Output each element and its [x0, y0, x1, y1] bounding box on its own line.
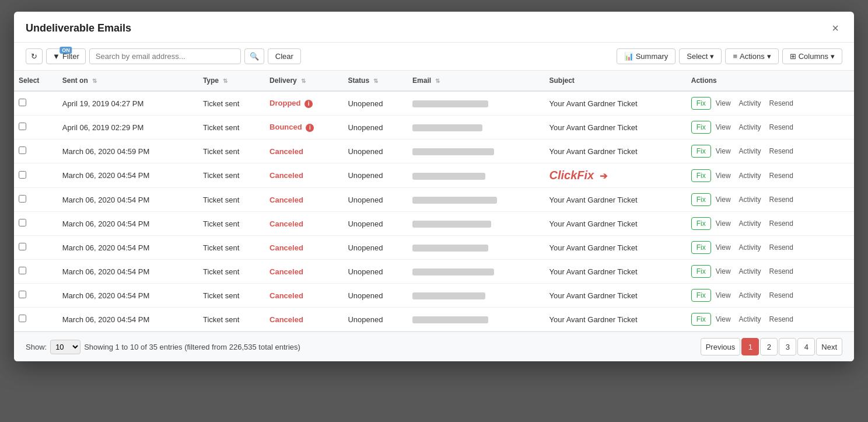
col-email[interactable]: Email ⇅: [408, 71, 544, 91]
resend-button[interactable]: Resend: [766, 266, 797, 277]
col-sent-on[interactable]: Sent on ⇅: [58, 71, 198, 91]
filter-button[interactable]: ON ▼ Filter: [46, 48, 86, 64]
activity-button[interactable]: Activity: [736, 145, 765, 157]
view-button[interactable]: View: [712, 266, 734, 277]
view-button[interactable]: View: [712, 97, 734, 109]
cell-sent-on: March 06, 2020 04:54 PM: [58, 212, 198, 236]
fix-button[interactable]: Fix: [691, 145, 711, 158]
refresh-button[interactable]: ↻: [26, 48, 43, 64]
fix-button[interactable]: Fix: [691, 121, 711, 134]
cell-delivery: Canceled: [265, 308, 343, 332]
view-button[interactable]: View: [712, 121, 734, 133]
view-button[interactable]: View: [712, 290, 734, 301]
modal-close-button[interactable]: ×: [828, 21, 842, 35]
fix-button[interactable]: Fix: [691, 289, 711, 302]
fix-button[interactable]: Fix: [691, 241, 711, 254]
row-checkbox[interactable]: [19, 315, 26, 322]
search-button[interactable]: 🔍: [244, 48, 264, 64]
cell-type: Ticket sent: [198, 91, 265, 116]
activity-button[interactable]: Activity: [736, 313, 765, 325]
col-type[interactable]: Type ⇅: [198, 71, 265, 91]
delivery-status: Canceled: [270, 196, 303, 204]
resend-button[interactable]: Resend: [766, 242, 797, 253]
summary-button[interactable]: 📊 Summary: [617, 48, 676, 64]
cell-status: Unopened: [343, 284, 408, 308]
fix-button[interactable]: Fix: [691, 97, 711, 110]
page-3-button[interactable]: 3: [779, 338, 796, 355]
row-checkbox[interactable]: [19, 99, 26, 106]
activity-button[interactable]: Activity: [736, 242, 765, 253]
resend-button[interactable]: Resend: [766, 145, 797, 157]
cell-email: [408, 188, 544, 212]
show-select[interactable]: 10 25 50 100: [50, 340, 80, 354]
cell-delivery: Bounced i: [265, 116, 343, 139]
view-button[interactable]: View: [712, 242, 734, 253]
view-button[interactable]: View: [712, 170, 734, 182]
cell-email: [408, 116, 544, 139]
cell-actions: Fix View Activity Resend: [687, 284, 854, 308]
cell-sent-on: March 06, 2020 04:54 PM: [58, 163, 198, 188]
row-checkbox[interactable]: [19, 195, 26, 203]
prev-page-button[interactable]: Previous: [701, 338, 741, 355]
resend-button[interactable]: Resend: [766, 97, 797, 109]
col-delivery[interactable]: Delivery ⇅: [265, 71, 343, 91]
resend-button[interactable]: Resend: [766, 170, 797, 182]
fix-button[interactable]: Fix: [691, 169, 711, 182]
cell-subject: Your Avant Gardner Ticket: [545, 91, 687, 116]
actions-dropdown-button[interactable]: ≡ Actions ▾: [725, 48, 778, 64]
columns-icon: ⊞: [790, 52, 796, 61]
sort-delivery-icon: ⇅: [301, 78, 306, 84]
page-2-button[interactable]: 2: [760, 338, 778, 355]
resend-button[interactable]: Resend: [766, 194, 797, 205]
row-checkbox[interactable]: [19, 243, 26, 250]
table-row: April 19, 2019 04:27 PM Ticket sent Drop…: [14, 91, 854, 116]
cell-delivery: Canceled: [265, 163, 343, 188]
cell-select: [14, 212, 58, 236]
columns-chevron-icon: ▾: [831, 52, 835, 61]
view-button[interactable]: View: [712, 145, 734, 157]
cell-type: Ticket sent: [198, 308, 265, 332]
activity-button[interactable]: Activity: [736, 97, 765, 109]
resend-button[interactable]: Resend: [766, 121, 797, 133]
row-checkbox[interactable]: [19, 123, 26, 130]
table-container: Select Sent on ⇅ Type ⇅ Delivery ⇅ Statu…: [14, 71, 854, 332]
columns-dropdown-button[interactable]: ⊞ Columns ▾: [782, 48, 842, 64]
fix-button[interactable]: Fix: [691, 313, 711, 326]
fix-button[interactable]: Fix: [691, 193, 711, 206]
row-checkbox[interactable]: [19, 291, 26, 298]
cell-status: Unopened: [343, 139, 408, 163]
resend-button[interactable]: Resend: [766, 313, 797, 325]
table-row: March 06, 2020 04:54 PM Ticket sent Canc…: [14, 308, 854, 332]
select-dropdown-button[interactable]: Select ▾: [679, 48, 722, 64]
search-input[interactable]: [89, 48, 241, 64]
view-button[interactable]: View: [712, 194, 734, 205]
resend-button[interactable]: Resend: [766, 218, 797, 229]
cell-type: Ticket sent: [198, 260, 265, 284]
activity-button[interactable]: Activity: [736, 121, 765, 133]
clear-button[interactable]: Clear: [268, 48, 301, 64]
row-checkbox[interactable]: [19, 267, 26, 274]
cell-actions: Fix View Activity Resend: [687, 139, 854, 163]
row-checkbox[interactable]: [19, 219, 26, 226]
col-status[interactable]: Status ⇅: [343, 71, 408, 91]
activity-button[interactable]: Activity: [736, 266, 765, 277]
activity-button[interactable]: Activity: [736, 218, 765, 229]
page-1-button[interactable]: 1: [741, 338, 759, 355]
view-button[interactable]: View: [712, 218, 734, 229]
next-page-button[interactable]: Next: [816, 338, 842, 355]
fix-button[interactable]: Fix: [691, 265, 711, 278]
page-4-button[interactable]: 4: [797, 338, 815, 355]
fix-button[interactable]: Fix: [691, 217, 711, 230]
cell-delivery: Dropped i: [265, 91, 343, 116]
activity-button[interactable]: Activity: [736, 170, 765, 182]
modal-backdrop: Undeliverable Emails × ↻ ON ▼ Filter 🔍 C…: [0, 0, 868, 422]
row-checkbox[interactable]: [19, 171, 26, 179]
cell-email: [408, 139, 544, 163]
activity-button[interactable]: Activity: [736, 290, 765, 301]
sort-email-icon: ⇅: [435, 78, 440, 84]
resend-button[interactable]: Resend: [766, 290, 797, 301]
cell-select: [14, 308, 58, 332]
activity-button[interactable]: Activity: [736, 194, 765, 205]
row-checkbox[interactable]: [19, 147, 26, 154]
view-button[interactable]: View: [712, 313, 734, 325]
